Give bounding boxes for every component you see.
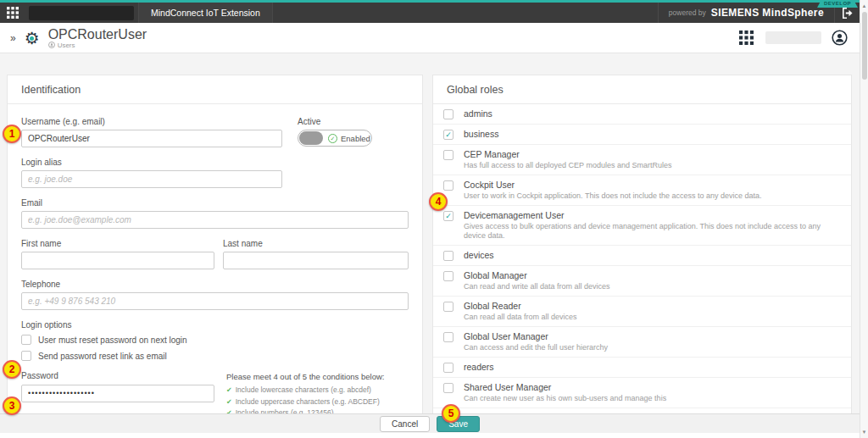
active-label: Active (298, 117, 372, 126)
role-checkbox[interactable] (443, 271, 453, 281)
user-menu-icon[interactable] (832, 30, 848, 46)
role-checkbox[interactable] (443, 363, 453, 373)
role-row[interactable]: Global Reader Can read all data from all… (433, 297, 851, 327)
login-alias-input[interactable] (21, 170, 282, 188)
app-switcher-icon[interactable] (739, 30, 754, 45)
identification-form: Username (e.g. email) Active ✓ Enabled L… (8, 104, 422, 438)
breadcrumb-expand-icon[interactable]: » (10, 32, 16, 44)
telephone-label: Telephone (21, 280, 409, 289)
username-active-row: Username (e.g. email) Active ✓ Enabled (21, 117, 409, 147)
siemens-mindsphere-logo: SIEMENS MindSphere (711, 7, 824, 19)
role-text: Cockpit User User to work in Cockpit app… (464, 180, 762, 201)
role-checkbox[interactable] (443, 150, 453, 160)
role-checkbox[interactable] (443, 130, 453, 140)
scrollbar-up-arrow[interactable]: ▲ (860, 3, 868, 8)
roles-list: admins business CEP Manager Has full acc… (433, 104, 851, 438)
login-option-label: Send password reset link as email (38, 352, 167, 361)
role-name: readers (464, 362, 494, 373)
page-title: OPCRouterUser (48, 27, 147, 42)
last-name-label: Last name (223, 239, 409, 248)
condition-text: Include uppercase characters (e.g. ABCDE… (236, 396, 380, 408)
topbar-spacer (273, 3, 658, 23)
role-checkbox[interactable] (443, 180, 453, 191)
checkbox-icon[interactable] (21, 351, 31, 361)
role-row[interactable]: devices (433, 246, 851, 266)
global-roles-title: Global roles (433, 75, 851, 104)
identification-title: Identification (8, 75, 422, 104)
app-grid-icon (7, 7, 19, 19)
role-row[interactable]: Cockpit User User to work in Cockpit app… (433, 175, 851, 206)
users-icon (48, 42, 55, 48)
role-row[interactable]: Global Manager Can read and write all da… (433, 266, 851, 297)
green-check-icon: ✔ (226, 385, 232, 396)
login-option-row[interactable]: Send password reset link as email (21, 351, 409, 361)
role-description: User to work in Cockpit application. Thi… (464, 191, 762, 201)
role-name: Global Manager (464, 270, 610, 281)
role-row[interactable]: Devicemanagement User Gives access to bu… (433, 206, 851, 246)
title-box: OPCRouterUser Users (48, 27, 147, 49)
role-checkbox[interactable] (443, 332, 453, 342)
login-options-label: Login options (21, 320, 409, 330)
role-checkbox[interactable] (443, 109, 453, 119)
role-checkbox[interactable] (443, 251, 453, 261)
password-input[interactable] (21, 385, 214, 402)
password-condition-item: ✔ Include lowercase characters (e.g. abc… (226, 385, 384, 396)
role-checkbox[interactable] (443, 383, 453, 393)
role-name: Global User Manager (464, 331, 608, 342)
login-option-row[interactable]: User must reset password on next login (21, 335, 409, 345)
develop-ribbon-badge: DEVELOP (817, 0, 858, 8)
role-name: Shared User Manager (464, 382, 666, 393)
current-user-name-redacted (765, 31, 821, 44)
login-alias-label: Login alias (21, 158, 282, 167)
telephone-field: Telephone (21, 280, 409, 310)
powered-by-label: powered by (669, 8, 706, 17)
username-input[interactable] (21, 130, 282, 147)
conditions-title: Please meet 4 out of 5 the conditions be… (226, 372, 384, 381)
password-condition-item: ✔ Include uppercase characters (e.g. ABC… (226, 396, 384, 408)
role-row[interactable]: CEP Manager Has full access to all deplo… (433, 145, 851, 175)
role-name: Global Reader (464, 301, 577, 312)
tenant-name-redacted (29, 6, 134, 20)
gear-icon: ⚙ (25, 30, 40, 47)
breadcrumb: Users (48, 42, 147, 49)
breadcrumb-users-label: Users (58, 42, 75, 49)
last-name-input[interactable] (223, 252, 409, 269)
app-launcher-button[interactable] (0, 3, 25, 23)
role-text: devices (464, 250, 494, 261)
page-header: » ⚙ OPCRouterUser Users (0, 23, 860, 53)
scrollbar-thumb[interactable] (862, 12, 867, 80)
role-name: CEP Manager (464, 149, 671, 160)
toggle-knob (299, 131, 323, 145)
role-checkbox[interactable] (443, 302, 453, 312)
annotation-badge-4: 4 (429, 192, 448, 211)
annotation-badge-2: 2 (3, 360, 21, 379)
role-row[interactable]: business (433, 125, 851, 145)
telephone-input[interactable] (21, 292, 409, 310)
vertical-scrollbar[interactable]: ▲ ▼ (860, 0, 868, 438)
username-label: Username (e.g. email) (21, 117, 282, 126)
scrollbar-down-arrow[interactable]: ▼ (860, 430, 868, 435)
role-text: Global Reader Can read all data from all… (464, 301, 577, 322)
active-toggle[interactable]: ✓ Enabled (298, 130, 372, 147)
role-row[interactable]: admins (433, 104, 851, 125)
name-row: First name Last name (21, 239, 409, 269)
footer-action-bar: Cancel Save (0, 413, 860, 433)
enabled-check-icon: ✓ (328, 134, 337, 143)
app-tab-mindconnect[interactable]: MindConnect IoT Extension (138, 3, 273, 23)
email-label: Email (21, 198, 409, 208)
role-row[interactable]: Global User Manager Can access and edit … (433, 327, 851, 358)
email-field: Email (21, 198, 409, 229)
role-checkbox[interactable] (443, 211, 453, 221)
role-text: business (464, 129, 498, 140)
role-name: Devicemanagement User (464, 210, 837, 221)
login-options-group: Login options User must reset password o… (21, 320, 409, 361)
role-text: Shared User Manager Can create new user … (464, 382, 666, 403)
role-row[interactable]: Shared User Manager Can create new user … (433, 378, 851, 408)
role-row[interactable]: readers (433, 358, 851, 378)
email-input[interactable] (21, 211, 409, 229)
checkbox-icon[interactable] (21, 335, 31, 345)
role-name: devices (464, 250, 494, 261)
role-text: readers (464, 362, 494, 373)
cancel-button[interactable]: Cancel (380, 416, 430, 432)
first-name-input[interactable] (21, 252, 214, 269)
